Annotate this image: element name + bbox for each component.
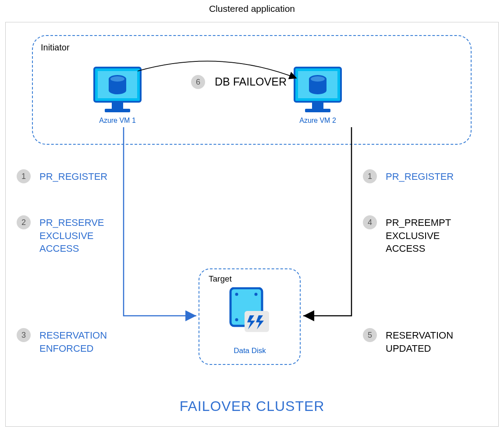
data-disk-label: Data Disk — [221, 346, 278, 355]
svg-point-18 — [255, 293, 258, 296]
step-badge-right-5: 5 — [363, 328, 377, 342]
step-text-left-1: PR_REGISTER — [39, 170, 107, 183]
vm1-icon — [93, 67, 142, 115]
step-text-left-2: PR_RESERVE EXCLUSIVE ACCESS — [39, 216, 104, 255]
svg-point-14 — [309, 86, 327, 94]
failover-label: DB FAILOVER — [215, 75, 287, 88]
svg-rect-2 — [112, 103, 123, 109]
svg-point-15 — [311, 76, 325, 82]
svg-point-7 — [110, 76, 124, 82]
svg-point-17 — [235, 293, 238, 296]
svg-point-19 — [235, 318, 238, 321]
svg-rect-10 — [312, 103, 323, 109]
svg-rect-11 — [305, 109, 330, 112]
vm1-label: Azure VM 1 — [93, 117, 142, 125]
initiator-label: Initiator — [41, 43, 70, 53]
step-badge-right-1: 1 — [363, 169, 377, 183]
diagram-title: Clustered application — [0, 4, 504, 14]
step-text-left-3: RESERVATION ENFORCED — [39, 329, 107, 355]
step-badge-right-4: 4 — [363, 215, 377, 229]
step-badge-left-2: 2 — [17, 215, 31, 229]
step-text-right-5: RESERVATION UPDATED — [386, 329, 453, 355]
svg-point-6 — [109, 86, 126, 94]
vm2-label: Azure VM 2 — [294, 117, 342, 125]
step-text-right-4: PR_PREEMPT EXCLUSIVE ACCESS — [386, 216, 451, 255]
step-text-right-1: PR_REGISTER — [386, 170, 454, 183]
vm2-icon — [294, 67, 342, 115]
step-badge-left-1: 1 — [17, 169, 31, 183]
svg-rect-3 — [105, 109, 130, 112]
step-badge-6: 6 — [191, 75, 205, 89]
target-label: Target — [209, 274, 232, 284]
step-badge-left-3: 3 — [17, 328, 31, 342]
data-disk-icon — [228, 287, 272, 340]
footer-title: FAILOVER CLUSTER — [0, 398, 504, 414]
